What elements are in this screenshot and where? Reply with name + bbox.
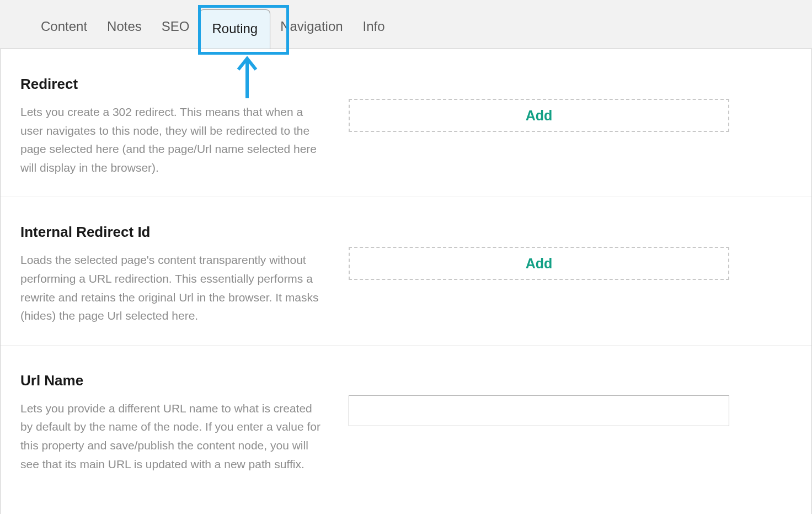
tab-navigation[interactable]: Navigation (270, 20, 352, 49)
routing-panel: Redirect Lets you create a 302 redirect.… (0, 49, 812, 514)
tab-seo[interactable]: SEO (152, 20, 200, 49)
section-internal-redirect: Internal Redirect Id Loads the selected … (1, 197, 811, 345)
section-url-name: Url Name Lets you provide a different UR… (1, 346, 811, 493)
internal-redirect-description: Loads the selected page's content transp… (20, 251, 327, 325)
tab-content[interactable]: Content (31, 20, 97, 49)
tab-bar: Content Notes SEO Routing Navigation Inf… (0, 0, 812, 49)
url-name-input[interactable] (349, 395, 729, 426)
tab-notes[interactable]: Notes (97, 20, 152, 49)
redirect-description: Lets you create a 302 redirect. This mea… (20, 103, 327, 177)
url-name-description: Lets you provide a different URL name to… (20, 399, 327, 473)
tab-info[interactable]: Info (353, 20, 395, 49)
internal-redirect-title: Internal Redirect Id (20, 224, 327, 241)
redirect-title: Redirect (20, 76, 327, 93)
tab-routing[interactable]: Routing (199, 9, 270, 49)
redirect-add-button[interactable]: Add (349, 99, 729, 132)
section-redirect: Redirect Lets you create a 302 redirect.… (1, 49, 811, 197)
url-name-title: Url Name (20, 372, 327, 389)
internal-redirect-add-button[interactable]: Add (349, 247, 729, 280)
